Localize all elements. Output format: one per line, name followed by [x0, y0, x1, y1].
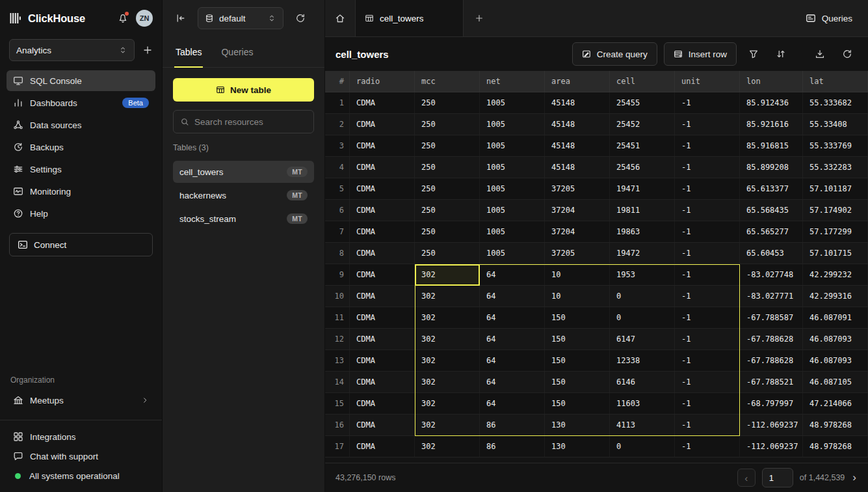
table-cell[interactable]: 150 [545, 393, 610, 414]
table-cell[interactable]: 64 [480, 307, 545, 328]
sidebar-item-dashboards[interactable]: DashboardsBeta [7, 92, 155, 113]
row-number[interactable]: 17 [330, 436, 350, 457]
table-cell[interactable]: 86 [480, 415, 545, 435]
row-number[interactable]: 16 [330, 415, 350, 435]
refresh-data-button[interactable] [837, 44, 858, 64]
sidebar-item-monitoring[interactable]: Monitoring [7, 181, 155, 202]
table-cell[interactable]: 85.921616 [740, 114, 803, 135]
row-number[interactable]: 13 [330, 350, 350, 371]
tab-queries[interactable]: Queries [220, 36, 254, 67]
table-cell[interactable]: -1 [675, 286, 740, 307]
row-number[interactable]: 10 [330, 286, 350, 307]
table-cell[interactable]: 250 [415, 92, 480, 113]
sidebar-item-data-sources[interactable]: Data sources [7, 115, 155, 135]
table-cell[interactable]: 64 [480, 264, 545, 285]
avatar[interactable]: ZN [136, 10, 153, 27]
connect-button[interactable]: Connect [9, 233, 153, 256]
table-cell[interactable]: 64 [480, 393, 545, 414]
table-cell[interactable]: CDMA [350, 135, 415, 156]
table-cell[interactable]: 37204 [545, 200, 610, 221]
table-cell[interactable]: 42.299232 [803, 264, 868, 285]
table-cell[interactable]: 19471 [610, 178, 675, 199]
column-header-radio[interactable]: radio [350, 71, 415, 92]
table-cell[interactable]: 6146 [610, 372, 675, 392]
table-cell[interactable]: 302 [415, 307, 480, 328]
table-cell[interactable]: -67.788587 [740, 307, 803, 328]
tab-cell-towers[interactable]: cell_towers [356, 0, 464, 36]
row-number[interactable]: 3 [330, 135, 350, 156]
table-cell[interactable]: -1 [675, 243, 740, 264]
table-cell[interactable]: -67.788628 [740, 350, 803, 371]
table-cell[interactable]: -1 [675, 415, 740, 435]
table-cell[interactable]: -1 [675, 135, 740, 156]
table-cell[interactable]: CDMA [350, 393, 415, 414]
table-cell[interactable]: 37205 [545, 243, 610, 264]
sort-button[interactable] [770, 44, 791, 64]
table-cell[interactable]: -1 [675, 307, 740, 328]
table-cell[interactable]: 150 [545, 307, 610, 328]
table-item-hackernews[interactable]: hackernewsMT [173, 184, 314, 206]
table-cell[interactable]: -1 [675, 200, 740, 221]
table-cell[interactable]: 250 [415, 221, 480, 242]
table-cell[interactable]: 65.568435 [740, 200, 803, 221]
row-number[interactable]: 8 [330, 243, 350, 264]
row-number[interactable]: 15 [330, 393, 350, 414]
table-cell[interactable]: 46.087105 [803, 372, 868, 392]
table-cell[interactable]: CDMA [350, 157, 415, 178]
sidebar-item-settings[interactable]: Settings [7, 159, 155, 180]
table-cell[interactable]: 250 [415, 114, 480, 135]
sidebar-item-integrations[interactable]: Integrations [7, 427, 155, 446]
refresh-tables-button[interactable] [290, 8, 311, 29]
table-cell[interactable]: 25455 [610, 92, 675, 113]
table-cell[interactable]: -83.027771 [740, 286, 803, 307]
table-cell[interactable]: -1 [675, 157, 740, 178]
table-cell[interactable]: CDMA [350, 415, 415, 435]
row-number[interactable]: 6 [330, 200, 350, 221]
add-service-button[interactable] [142, 45, 153, 55]
table-cell[interactable]: 250 [415, 178, 480, 199]
table-cell[interactable]: -68.797997 [740, 393, 803, 414]
table-cell[interactable]: 46.087091 [803, 307, 868, 328]
database-selector[interactable]: default [198, 7, 283, 29]
column-header-area[interactable]: area [545, 71, 610, 92]
table-cell[interactable]: 25456 [610, 157, 675, 178]
table-cell[interactable]: 1005 [480, 135, 545, 156]
table-cell[interactable]: CDMA [350, 307, 415, 328]
table-cell[interactable]: 1005 [480, 178, 545, 199]
search-box[interactable] [173, 110, 314, 133]
table-cell[interactable]: CDMA [350, 350, 415, 371]
sidebar-item-meetups[interactable]: Meetups [7, 390, 155, 411]
column-header-net[interactable]: net [480, 71, 545, 92]
table-cell[interactable]: 0 [610, 286, 675, 307]
column-header-cell[interactable]: cell [610, 71, 675, 92]
table-cell[interactable]: 1005 [480, 200, 545, 221]
table-cell[interactable]: CDMA [350, 264, 415, 285]
table-cell[interactable]: 47.214066 [803, 393, 868, 414]
tab-tables[interactable]: Tables [174, 36, 203, 67]
table-cell[interactable]: 150 [545, 329, 610, 349]
table-cell[interactable]: 65.565277 [740, 221, 803, 242]
table-cell[interactable]: 10 [545, 286, 610, 307]
table-cell[interactable]: 19472 [610, 243, 675, 264]
table-cell[interactable]: CDMA [350, 372, 415, 392]
table-cell[interactable]: CDMA [350, 92, 415, 113]
table-item-cell-towers[interactable]: cell_towersMT [173, 161, 314, 183]
table-cell[interactable]: 55.332283 [803, 157, 868, 178]
table-cell[interactable]: CDMA [350, 436, 415, 457]
table-cell[interactable]: 55.333769 [803, 135, 868, 156]
table-cell[interactable]: CDMA [350, 200, 415, 221]
table-cell[interactable]: 302 [415, 286, 480, 307]
table-cell[interactable]: 150 [545, 350, 610, 371]
table-cell[interactable]: -1 [675, 436, 740, 457]
table-cell[interactable]: 0 [610, 436, 675, 457]
row-number[interactable]: 14 [330, 372, 350, 392]
table-cell[interactable]: 302 [415, 436, 480, 457]
row-number[interactable]: 7 [330, 221, 350, 242]
table-cell[interactable]: 4113 [610, 415, 675, 435]
table-cell[interactable]: 65.60453 [740, 243, 803, 264]
create-query-button[interactable]: Create query [572, 42, 657, 66]
table-cell[interactable]: 55.33408 [803, 114, 868, 135]
table-cell[interactable]: 55.333682 [803, 92, 868, 113]
new-tab-button[interactable] [464, 0, 495, 36]
table-cell[interactable]: 302 [415, 264, 480, 285]
